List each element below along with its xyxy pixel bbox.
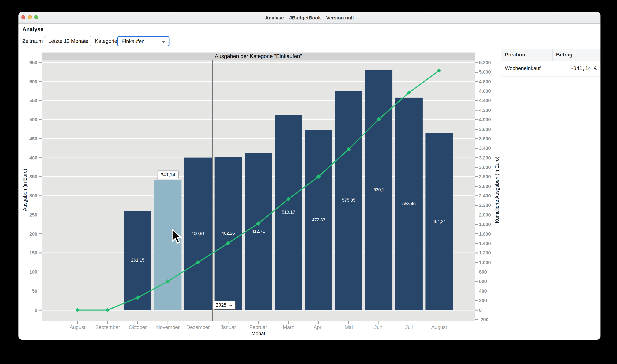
left-axis-tick-label: 500: [20, 116, 37, 123]
left-axis-tick: [39, 234, 42, 234]
left-axis-tick: [39, 310, 42, 311]
x-axis-tick: [107, 321, 108, 324]
right-axis-tick: [475, 224, 478, 225]
right-axis-tick: [475, 119, 478, 120]
left-axis-tick-label: 550: [20, 97, 37, 104]
period-dropdown-value: Letzte 12 Monate: [48, 38, 88, 44]
right-axis-tick: [475, 110, 478, 111]
x-axis-month-label: August: [418, 324, 460, 331]
right-axis-tick: [475, 252, 478, 253]
right-axis-tick: [475, 291, 478, 291]
left-axis-tick-label: 150: [20, 249, 37, 257]
bar-value-label: 630,1: [365, 187, 392, 192]
right-axis-tick-label: 5.200: [479, 59, 498, 66]
left-axis-tick-label: 50: [20, 287, 37, 295]
left-axis-tick: [39, 252, 42, 253]
x-axis-tick: [77, 321, 78, 324]
column-header-position[interactable]: Position: [505, 49, 525, 61]
bar-value-label: 464,24: [425, 219, 453, 224]
right-axis-tick-label: 1.200: [479, 249, 498, 257]
right-axis-tick: [475, 300, 478, 301]
left-axis-tick: [39, 138, 42, 139]
chevron-down-icon: [162, 41, 166, 43]
column-divider[interactable]: [552, 49, 553, 61]
right-axis-tick-label: 600: [479, 278, 498, 285]
column-header-betrag[interactable]: Betrag: [556, 49, 572, 61]
title-bar[interactable]: Analyse – JBudgetBook – Version null: [18, 12, 601, 24]
bar-value-label: 513,17: [275, 209, 302, 215]
right-axis-tick: [475, 157, 478, 158]
category-label: Kategorie: [95, 36, 117, 46]
screen: Analyse – JBudgetBook – Version null Ana…: [0, 0, 617, 364]
chart-title: Ausgaben der Kategorie "Einkaufen": [42, 52, 475, 60]
x-axis-tick: [167, 321, 168, 324]
right-axis-tick-label: 1.400: [479, 240, 498, 247]
right-axis-tick: [475, 81, 478, 82]
grid-line: [42, 62, 475, 63]
left-axis-tick: [39, 81, 42, 82]
left-axis-tick-label: 0: [20, 306, 37, 314]
right-axis-tick-label: 3.800: [479, 126, 498, 133]
right-axis-tick-label: 5.000: [479, 68, 498, 76]
x-axis-tick: [348, 321, 349, 324]
left-axis-tick: [39, 176, 42, 177]
right-axis-tick: [475, 281, 478, 282]
right-axis-tick: [475, 262, 478, 263]
right-axis-tick: [475, 138, 478, 139]
right-axis-tick: [475, 186, 478, 187]
right-axis-tick: [475, 310, 478, 311]
panel-divider: [501, 49, 501, 340]
left-axis-tick: [39, 291, 42, 291]
bar-value-label: 472,33: [305, 217, 332, 222]
right-axis-tick: [475, 91, 478, 91]
page-title: Analyse: [22, 26, 43, 33]
right-axis-tick-label: 0: [479, 306, 498, 314]
x-axis-tick: [198, 321, 198, 324]
mouse-cursor: [171, 229, 184, 247]
right-axis-tick: [475, 62, 478, 63]
right-axis-tick-label: 4.200: [479, 107, 498, 114]
table-row-separator: [501, 76, 601, 77]
right-axis-tick-label: 1.000: [479, 259, 498, 266]
year-divider-line: [212, 60, 213, 321]
x-axis-tick: [288, 321, 289, 324]
period-dropdown[interactable]: Letzte 12 Monate: [44, 36, 91, 46]
right-axis-tick-label: 400: [479, 287, 498, 295]
window-title: Analyse – JBudgetBook – Version null: [18, 15, 601, 20]
year-marker-badge: 2025 →: [213, 301, 235, 309]
x-axis-tick: [409, 321, 410, 324]
left-axis-tick-label: 100: [20, 268, 37, 275]
left-axis-tick: [39, 195, 42, 196]
bar-value-label: 575,85: [335, 197, 362, 203]
category-dropdown-value: Einkaufen: [122, 39, 144, 44]
bar-value-label: 402,26: [215, 231, 242, 236]
bar-tooltip: 341,14: [157, 170, 179, 179]
right-axis-tick: [475, 205, 478, 206]
right-axis-tick: [475, 234, 478, 234]
right-axis-tick: [475, 214, 478, 215]
x-axis-title: Monat: [226, 331, 291, 337]
x-axis-tick: [378, 321, 379, 324]
left-axis-tick-label: 600: [20, 78, 37, 85]
left-axis-tick: [39, 119, 42, 120]
bar-value-label: 400,81: [184, 231, 212, 236]
right-axis-tick: [475, 100, 478, 101]
left-axis-tick: [39, 272, 42, 273]
right-axis-tick: [475, 72, 478, 72]
chevron-down-icon: [84, 40, 88, 43]
right-axis-tick-label: 4.000: [479, 116, 498, 123]
right-axis-tick: [475, 243, 478, 244]
left-axis-tick: [39, 100, 42, 101]
x-axis-tick: [228, 321, 229, 324]
left-axis-tick: [39, 62, 42, 63]
table-row-betrag[interactable]: -341,14 €: [570, 63, 597, 74]
x-axis-tick: [318, 321, 319, 324]
bar-value-label: 412,71: [245, 229, 272, 234]
table-row-position[interactable]: Wocheneinkauf: [505, 63, 540, 74]
x-axis-tick: [137, 321, 138, 324]
right-axis-tick-label: 4.400: [479, 97, 498, 104]
right-axis-tick-label: -200: [479, 316, 498, 323]
category-dropdown[interactable]: Einkaufen: [117, 36, 169, 46]
left-axis-tick-label: 650: [20, 59, 37, 66]
grid-line: [42, 81, 475, 82]
